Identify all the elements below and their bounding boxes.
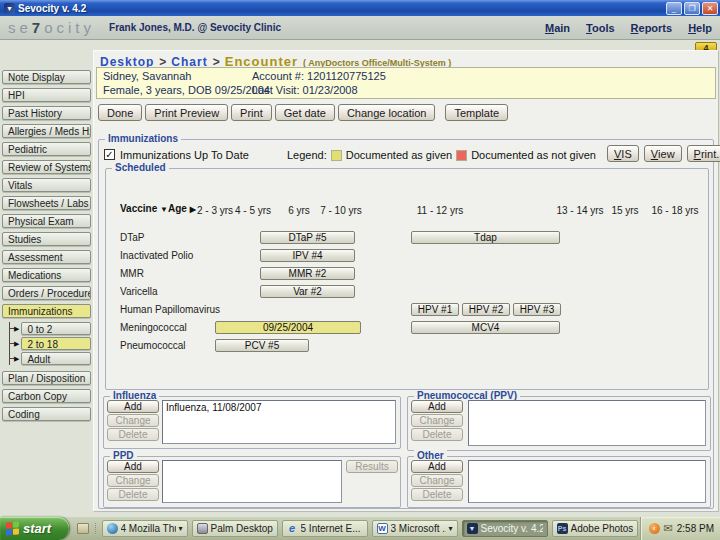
vaccine-button-var-2[interactable]: Var #2 [260,285,355,298]
sidebar-item-note-display[interactable]: Note Display [2,70,91,84]
age-column-13-14-yrs: 13 - 14 yrs [556,205,603,216]
minimize-button[interactable]: _ [666,2,682,15]
mozilla-icon [107,523,118,534]
legend-not-given-label: Documented as not given [471,149,596,161]
vaccine-row-label-inactivated-polio: Inactivated Polio [120,250,193,261]
taskbar-button-label: Sevocity v. 4.2 [481,523,543,534]
influenza-list[interactable]: Influenza, 11/08/2007 [162,400,396,444]
template-button[interactable]: Template [445,104,508,121]
sidebar-item-assessment[interactable]: Assessment [2,250,91,264]
sidebar-item-adult[interactable]: Adult [21,352,91,365]
sidebar-item-plan-disposition[interactable]: Plan / Disposition [2,371,91,385]
window-title: Sevocity v. 4.2 [18,3,666,14]
start-button[interactable]: start [0,517,69,540]
other-groupbox: OtherAddChangeDelete [407,456,711,508]
taskbar-button-label: 5 Internet E... [301,523,363,534]
sidebar-item-review-of-systems[interactable]: Review of Systems [2,160,91,174]
taskbar-button-adobe-photos[interactable]: PsAdobe Photos... [552,520,638,537]
vaccine-button-hpv-2[interactable]: HPV #2 [462,303,510,316]
sidebar-item-allergies-meds-hx[interactable]: Allergies / Meds Hx [2,124,91,138]
sevocity-application-window: ▼ Sevocity v. 4.2 _ ❐ ✕ se7ocity Frank J… [0,0,720,540]
logged-in-user: Frank Jones, M.D. @ Sevocity Clinic [109,22,545,33]
immunization-actions: VISViewPrint... [607,145,720,162]
immunizations-groupbox: Immunizations ✓ Immunizations Up To Date… [98,139,714,509]
vaccine-button-pcv-5[interactable]: PCV #5 [215,339,309,352]
menu-item-help[interactable]: Help [688,22,712,34]
other-add-button[interactable]: Add [411,460,463,473]
tray-back-icon[interactable]: ‹ [649,523,660,534]
app-icon: ▼ [4,3,15,14]
windows-taskbar: start 4 Mozilla Thu...▾Palm Desktope5 In… [0,517,720,540]
chart-sections-sidebar: Note DisplayHPIPast HistoryAllergies / M… [2,70,92,425]
vaccine-button-hpv-1[interactable]: HPV #1 [411,303,459,316]
vis-button[interactable]: VIS [607,145,639,162]
encounter-panel: Desktop>Chart>Encounter( AnyDoctors Offi… [93,50,719,512]
sidebar-item-coding[interactable]: Coding [2,407,91,421]
vaccine-button-mcv4[interactable]: MCV4 [411,321,560,334]
sidebar-item-carbon-copy[interactable]: Carbon Copy [2,389,91,403]
age-column-2-3-yrs: 2 - 3 yrs [197,205,233,216]
content-area: 4 Note DisplayHPIPast HistoryAllergies /… [0,40,720,517]
sidebar-item-past-history[interactable]: Past History [2,106,91,120]
patient-account: Account #: 1201120775125 [252,70,386,82]
ppv-add-button[interactable]: Add [411,400,463,413]
sidebar-item-studies[interactable]: Studies [2,232,91,246]
menu-bar: se7ocity Frank Jones, M.D. @ Sevocity Cl… [0,16,720,40]
scheduled-groupbox-label: Scheduled [112,162,169,173]
tree-arrow-icon: ▶ [14,355,19,363]
ppv-list[interactable] [468,400,706,446]
taskbar-button-palm-desktop[interactable]: Palm Desktop [192,520,278,537]
sidebar-item-pediatric[interactable]: Pediatric [2,142,91,156]
sidebar-item-physical-exam[interactable]: Physical Exam [2,214,91,228]
other-list[interactable] [468,460,706,503]
ppd-add-button[interactable]: Add [107,460,159,473]
taskbar-button-3-microsoft[interactable]: W3 Microsoft ...▾ [372,520,458,537]
menu-item-reports[interactable]: Reports [631,22,673,34]
vaccine-button-dtap-5[interactable]: DTaP #5 [260,231,355,244]
sidebar-item-0-to-2[interactable]: 0 to 2 [21,322,91,335]
quick-launch-icon[interactable] [77,523,89,534]
view-button[interactable]: View [644,145,682,162]
taskbar-button-4-mozilla-thu[interactable]: 4 Mozilla Thu...▾ [102,520,188,537]
tree-row: ▶Adult [10,352,91,365]
sidebar-item-vitals[interactable]: Vitals [2,178,91,192]
sidebar-item-flowsheets-labs[interactable]: Flowsheets / Labs [2,196,91,210]
tree-row: ▶2 to 18 [10,337,91,350]
sidebar-item-immunizations[interactable]: Immunizations [2,304,91,318]
print-preview-button[interactable]: Print Preview [145,104,228,121]
sidebar-item-hpi[interactable]: HPI [2,88,91,102]
vaccine-button-ipv-4[interactable]: IPV #4 [260,249,355,262]
done-button[interactable]: Done [98,104,142,121]
word-icon: W [377,523,388,534]
vaccine-button-hpv-3[interactable]: HPV #3 [513,303,561,316]
vaccine-button-mmr-2[interactable]: MMR #2 [260,267,355,280]
tray-mail-icon[interactable]: ✉ [664,523,673,534]
influenza-add-button[interactable]: Add [107,400,159,413]
sidebar-item-medications[interactable]: Medications [2,268,91,282]
taskbar-group-dropdown-icon[interactable]: ▾ [449,524,453,533]
sidebar-item-2-to-18[interactable]: 2 to 18 [21,337,91,350]
vaccine-row-label-dtap: DTaP [120,232,144,243]
print-button[interactable]: Print... [687,145,720,162]
sidebar-item-orders-procedure[interactable]: Orders / Procedure [2,286,91,300]
tree-arrow-icon: ▶ [14,325,19,333]
close-button[interactable]: ✕ [702,2,718,15]
taskbar-button-label: 4 Mozilla Thu... [121,523,176,534]
list-item[interactable]: Influenza, 11/08/2007 [163,401,395,414]
immunizations-up-to-date-checkbox[interactable]: ✓ [104,149,115,160]
taskbar-button-sevocity-v-4-2[interactable]: ▼Sevocity v. 4.2 [462,520,548,537]
get-date-button[interactable]: Get date [275,104,335,121]
patient-info-bar: Sidney, Savannah Account #: 120112077512… [96,67,716,99]
ppd-list[interactable] [162,460,342,503]
immunizations-groupbox-label: Immunizations [105,133,181,144]
menu-item-main[interactable]: Main [545,22,570,34]
age-column-7-10-yrs: 7 - 10 yrs [320,205,362,216]
taskbar-group-dropdown-icon[interactable]: ▾ [179,524,183,533]
print-button[interactable]: Print [231,104,272,121]
restore-button[interactable]: ❐ [684,2,700,15]
vaccine-button-09-25-2004[interactable]: 09/25/2004 [215,321,361,334]
menu-item-tools[interactable]: Tools [586,22,615,34]
change-location-button[interactable]: Change location [338,104,436,121]
vaccine-button-tdap[interactable]: Tdap [411,231,560,244]
taskbar-button-5-internet-e[interactable]: e5 Internet E... [282,520,368,537]
